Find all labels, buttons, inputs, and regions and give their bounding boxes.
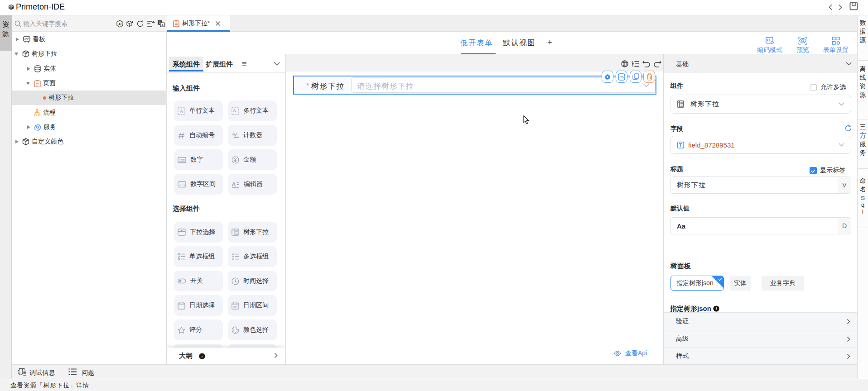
svg-text:A: A [231,181,236,188]
svg-text:AI: AI [118,23,121,26]
svg-text:1~3: 1~3 [179,183,185,186]
svg-text:A: A [179,108,183,114]
svg-text:A: A [233,108,236,113]
svg-text:JS: JS [619,75,623,79]
svg-text:123: 123 [179,158,185,162]
svg-text:A: A [161,23,164,27]
